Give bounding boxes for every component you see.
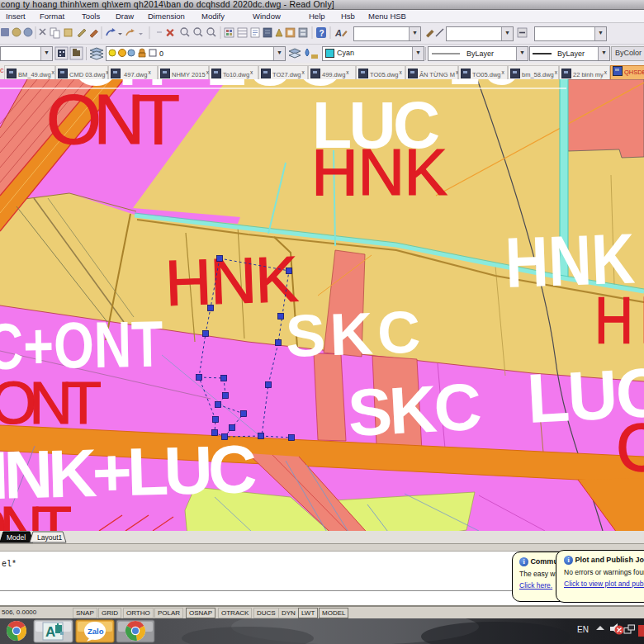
svg-text:ONT: ONT bbox=[46, 79, 180, 159]
svg-text:A: A bbox=[334, 28, 342, 38]
svg-text:N: N bbox=[640, 283, 644, 357]
svg-text:2C: 2C bbox=[450, 79, 520, 98]
svg-text:ONT: ONT bbox=[0, 369, 102, 436]
svg-text:?: ? bbox=[320, 29, 324, 38]
svg-text:H: H bbox=[594, 283, 633, 357]
svg-text:ONT: ONT bbox=[0, 494, 72, 531]
svg-text:HNK: HNK bbox=[311, 135, 447, 209]
svg-text:Model: Model bbox=[7, 533, 26, 542]
svg-text:HNK: HNK bbox=[164, 242, 300, 320]
svg-text:EN: EN bbox=[577, 625, 589, 634]
svg-text:A: A bbox=[45, 624, 55, 640]
svg-text:CL: CL bbox=[616, 410, 644, 485]
svg-text:SKC: SKC bbox=[346, 370, 483, 450]
svg-text:Zalo: Zalo bbox=[88, 627, 104, 636]
svg-text:Layout1: Layout1 bbox=[37, 533, 63, 542]
svg-text:SKC: SKC bbox=[285, 298, 422, 369]
